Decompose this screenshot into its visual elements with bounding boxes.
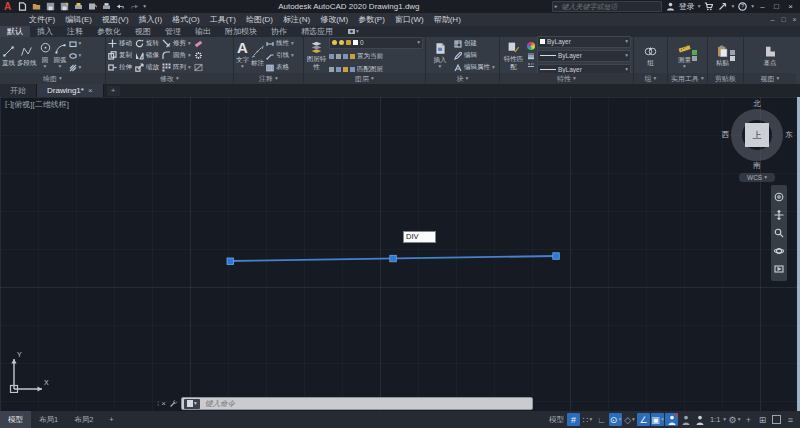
panel-draw-label[interactable]: 绘图▾ xyxy=(0,73,105,84)
layer-properties-button[interactable]: 图层特性 xyxy=(306,41,327,69)
viewcube-top-face[interactable]: 上 xyxy=(745,123,769,147)
user-icon[interactable] xyxy=(665,2,676,12)
cut-icon[interactable] xyxy=(730,50,735,55)
search-go-icon[interactable]: ▸ xyxy=(555,4,558,10)
annotation-visibility-toggle[interactable] xyxy=(665,413,678,426)
lineweight-list-icon[interactable] xyxy=(527,52,535,60)
layer-select-caret-icon[interactable]: ▾ xyxy=(417,40,420,46)
help-search-box[interactable]: ▸ xyxy=(552,1,662,12)
base-point-button[interactable]: 基点 xyxy=(764,45,777,66)
move-button[interactable]: 移动 xyxy=(108,38,132,49)
orbit-icon[interactable] xyxy=(774,246,784,256)
menu-modify[interactable]: 修改(M) xyxy=(315,13,353,26)
mirror-button[interactable]: 镜像 xyxy=(135,50,159,61)
print-icon[interactable] xyxy=(101,2,112,12)
customization-menu-button[interactable]: ≡ xyxy=(784,413,797,426)
help-icon[interactable]: ? xyxy=(737,2,748,12)
leader-button[interactable]: 引线▾ xyxy=(266,50,294,61)
panel-view-label[interactable]: 视图▾ xyxy=(744,73,796,84)
menu-draw[interactable]: 绘图(D) xyxy=(241,13,278,26)
linetype-list-icon[interactable] xyxy=(527,62,535,70)
rotate-button[interactable]: 旋转 xyxy=(135,38,159,49)
menu-dimension[interactable]: 标注(N) xyxy=(278,13,315,26)
insert-block-button[interactable]: 插入 ▾ xyxy=(428,42,452,70)
clean-screen-button[interactable] xyxy=(770,413,783,426)
arc-caret-icon[interactable]: ▾ xyxy=(59,64,62,70)
dimension-button[interactable]: 标注 xyxy=(251,45,264,66)
app-store-cart-icon[interactable] xyxy=(703,2,714,12)
table-button[interactable]: 表格 xyxy=(266,62,294,73)
panel-layers-label[interactable]: 图层▾ xyxy=(304,73,425,84)
menu-file[interactable]: 文件(F) xyxy=(24,13,60,26)
panel-modify-label[interactable]: 修改▾ xyxy=(106,73,233,84)
menu-help[interactable]: 帮助(H) xyxy=(429,13,466,26)
command-input-field[interactable]: ▾ xyxy=(181,397,533,410)
layout2-tab[interactable]: 布局2 xyxy=(66,411,101,428)
menu-parametric[interactable]: 参数(P) xyxy=(353,13,390,26)
copy-button[interactable]: 复制 xyxy=(108,50,132,61)
explode-icon[interactable] xyxy=(194,50,203,61)
trim-button[interactable]: 修剪▾ xyxy=(162,38,191,49)
transfer-icon[interactable] xyxy=(87,2,98,12)
match-properties-button[interactable]: 特性匹配 xyxy=(502,41,525,69)
viewcube-north-label[interactable]: 北 xyxy=(753,99,761,109)
object-color-select[interactable]: ByLayer ▾ xyxy=(537,36,631,48)
model-tab[interactable]: 模型 xyxy=(0,411,31,428)
isolate-objects-button[interactable]: + xyxy=(742,413,755,426)
object-snap-tracking-toggle[interactable]: ∠ xyxy=(637,413,650,426)
workspace-gear-button[interactable]: ⚙▾ xyxy=(728,413,741,426)
paste-button[interactable]: 粘贴 xyxy=(716,45,729,66)
command-bar-grip-icon[interactable]: ⁞ xyxy=(157,399,158,408)
menu-view[interactable]: 视图(V) xyxy=(97,13,134,26)
viewcube-west-label[interactable]: 西 xyxy=(722,130,730,140)
help-caret-icon[interactable]: ▾ xyxy=(751,4,754,10)
plot-icon[interactable] xyxy=(73,2,84,12)
array-button[interactable]: 阵列▾ xyxy=(162,62,191,73)
recent-commands-button[interactable]: ▾ xyxy=(184,399,200,409)
panel-annotate-label[interactable]: 注释▾ xyxy=(234,73,303,84)
polar-tracking-toggle[interactable]: ⊙▾ xyxy=(609,413,622,426)
stretch-button[interactable]: 拉伸 xyxy=(108,62,132,73)
panel-utilities-label[interactable]: 实用工具▾ xyxy=(668,73,707,84)
measure-button[interactable]: 测量 ▾ xyxy=(678,42,691,70)
undo-icon[interactable] xyxy=(115,2,126,12)
edit-block-button[interactable]: 编辑 xyxy=(454,50,495,61)
polyline-button[interactable]: 多段线 xyxy=(17,45,37,66)
view-cube[interactable]: 北 西 上 东 南 WCS▾ xyxy=(720,99,794,182)
text-button[interactable]: A 文字 ▾ xyxy=(236,41,249,70)
viewcube-south-label[interactable]: 南 xyxy=(753,161,761,171)
dynamic-input-box[interactable]: DIV xyxy=(403,231,436,243)
group-button[interactable]: 组 xyxy=(644,45,657,66)
menu-format[interactable]: 格式(O) xyxy=(167,13,205,26)
close-button[interactable]: × xyxy=(785,1,796,12)
ribbon-tab-featured-apps[interactable]: 精选应用 xyxy=(294,26,340,37)
search-input[interactable] xyxy=(559,2,658,11)
save-as-icon[interactable] xyxy=(59,2,70,12)
signin-caret-icon[interactable]: ▾ xyxy=(698,4,701,10)
fillet-button[interactable]: 圆角▾ xyxy=(162,50,191,61)
viewcube-east-label[interactable]: 东 xyxy=(785,130,793,140)
graphics-performance-button[interactable]: ⊞ xyxy=(756,413,769,426)
quick-select-icon[interactable] xyxy=(692,50,697,55)
doc-restore-button[interactable]: □ xyxy=(778,14,789,25)
ribbon-tab-collaborate[interactable]: 协作 xyxy=(264,26,294,37)
wcs-menu[interactable]: WCS▾ xyxy=(739,173,775,182)
panel-block-label[interactable]: 块▾ xyxy=(426,73,499,84)
new-file-icon[interactable] xyxy=(17,2,28,12)
ribbon-tab-annotate[interactable]: 注释 xyxy=(60,26,90,37)
navigation-bar[interactable] xyxy=(771,185,787,281)
qat-customize-caret-icon[interactable]: ▾ xyxy=(143,4,146,10)
scale-button[interactable]: 缩放 xyxy=(135,62,159,73)
selected-line-geometry[interactable] xyxy=(0,97,800,411)
line-button[interactable]: 直线 xyxy=(2,45,15,66)
signin-label[interactable]: 登录 xyxy=(679,1,695,12)
grip-endpoint-right[interactable] xyxy=(553,253,560,259)
menu-window[interactable]: 窗口(W) xyxy=(390,13,429,26)
linear-dim-button[interactable]: 线性▾ xyxy=(266,38,294,49)
quick-calc-icon[interactable] xyxy=(692,56,697,61)
copy-clip-icon[interactable] xyxy=(730,56,735,61)
grip-endpoint-left[interactable] xyxy=(227,258,234,265)
full-navigation-wheel-icon[interactable] xyxy=(774,192,784,202)
annotation-scale-icon[interactable] xyxy=(693,413,706,426)
file-tab-drawing1[interactable]: Drawing1* × xyxy=(37,84,104,97)
